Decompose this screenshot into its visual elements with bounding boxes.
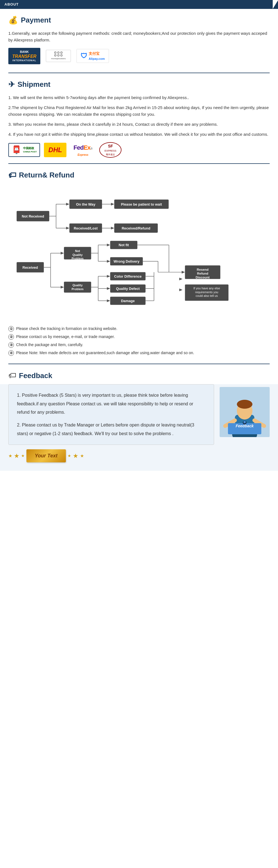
svg-marker-66 [179, 278, 183, 280]
svg-text:Not fit: Not fit [119, 243, 129, 247]
svg-marker-13 [66, 227, 69, 229]
feedback-content: Feedback 1. Positive Feedback (5 Stars) … [0, 384, 278, 471]
svg-text:Not: Not [75, 249, 80, 253]
refund-icon: 🏷 [8, 169, 16, 181]
refund-diagram: Not Received On the Way Please be patien… [8, 185, 270, 320]
note-3: ③ Check the package and Item, carefully. [8, 342, 270, 348]
svg-marker-25 [61, 252, 64, 254]
svg-text:Resend: Resend [197, 268, 209, 271]
refund-flow-svg: Not Received On the Way Please be patien… [14, 188, 264, 316]
payment-logos: BANK TRANSFER INTERNATIONAL moneybookers [8, 48, 270, 64]
shipment-para-1: 1. We will sent the items within 5-7work… [8, 94, 270, 101]
feedback-para-1: 1. Positive Feedback (5 Stars) is very i… [17, 391, 205, 416]
feedback-icon: 🏷 [8, 370, 16, 381]
fedex-logo: FedEx® Express [70, 143, 95, 157]
alipay-logo: 🛡 支付宝 Alipay.com [76, 49, 109, 63]
dhl-logo: DHL [44, 143, 66, 157]
refund-notes: ① Please check the tracking in formation… [8, 326, 270, 356]
feedback-text-box: 1. Positive Feedback (5 Stars) is very i… [8, 384, 214, 445]
star-right-3: ★ [80, 453, 84, 459]
svg-point-91 [244, 421, 246, 423]
china-post-logo: 📮 中国邮政 CHINA POST [8, 143, 40, 157]
note-4: ④ Please Note: Men made defects are not … [8, 350, 270, 356]
svg-marker-68 [179, 288, 183, 291]
star-left-2: ★ [14, 451, 20, 460]
star-left-1: ★ [8, 453, 12, 459]
svg-text:Not Received: Not Received [22, 214, 44, 218]
note-2: ② Please contact us by meesage, e-mail, … [8, 334, 270, 340]
feedback-image: Feedback [220, 387, 270, 437]
note-1: ① Please check the tracking in formation… [8, 326, 270, 332]
svg-text:Refund: Refund [197, 272, 208, 275]
sf-express-logo: SF EXPRESS 顺丰速运 [99, 142, 121, 158]
feedback-title: Feedback [19, 370, 52, 381]
svg-marker-48 [107, 275, 110, 278]
star-right-2: ★ [73, 451, 78, 460]
shipment-para-4: 4. If you have not got it within the shi… [8, 131, 270, 138]
svg-text:Problem: Problem [71, 257, 83, 260]
svg-text:Received/Refund: Received/Refund [122, 226, 150, 230]
shipment-title: ✈ Shipment [8, 79, 270, 90]
svg-text:Discount: Discount [196, 275, 210, 279]
svg-text:Damage: Damage [121, 299, 135, 303]
svg-text:If you have any else: If you have any else [194, 286, 220, 290]
payment-icon: 💰 [8, 14, 18, 26]
svg-text:On the Way: On the Way [76, 202, 95, 206]
about-header: ABOUT [0, 0, 278, 9]
refund-title: 🏷 Return& Refund [8, 169, 270, 181]
svg-text:Quality: Quality [73, 253, 82, 256]
svg-marker-37 [107, 260, 110, 262]
svg-marker-5 [66, 203, 69, 206]
shipping-logos: 📮 中国邮政 CHINA POST DHL FedEx® Express SF … [8, 142, 270, 158]
feedback-image-container: Feedback [220, 387, 270, 437]
feedback-para-2: 2. Please contact us by Trade Manager or… [17, 421, 205, 438]
svg-text:Problem: Problem [71, 287, 83, 291]
refund-section: 🏷 Return& Refund Not Received On the Way… [0, 164, 278, 364]
svg-marker-17 [111, 227, 114, 229]
svg-point-85 [237, 400, 252, 409]
feedback-title-row: 🏷 Feedback [8, 370, 270, 381]
star-left-3: ★ [21, 453, 25, 459]
payment-title: 💰 Payment [8, 14, 270, 26]
svg-text:could also tell us: could also tell us [196, 294, 218, 298]
your-text-area: ★ ★ ★ Your Text ★ ★ ★ [8, 449, 270, 462]
svg-text:Quality Defect: Quality Defect [116, 286, 140, 291]
feedback-section: 🏷 Feedback [0, 364, 278, 381]
plane-icon: ✈ [8, 79, 15, 90]
feedback-person-svg: Feedback [220, 387, 270, 437]
bank-transfer-logo: BANK TRANSFER INTERNATIONAL [8, 48, 40, 64]
svg-marker-72 [182, 271, 185, 274]
moneybookers-logo: moneybookers [46, 50, 71, 62]
shipment-para-2: 2.The shipment by China Post Registered … [8, 104, 270, 118]
svg-text:Please be patient to wait: Please be patient to wait [121, 202, 162, 206]
svg-text:requirements you: requirements you [195, 290, 218, 293]
about-label: ABOUT [4, 2, 19, 6]
payment-text: 1.Generally, we accept the following pay… [8, 30, 270, 43]
shipment-para-3: 3. When you receive the items, please ch… [8, 121, 270, 128]
svg-text:Quality: Quality [73, 283, 82, 287]
svg-marker-52 [107, 287, 110, 290]
svg-text:Color Difference: Color Difference [114, 274, 141, 278]
payment-section: 💰 Payment 1.Generally, we accept the fol… [0, 9, 278, 72]
svg-marker-9 [111, 203, 114, 206]
svg-text:Received/Lost: Received/Lost [74, 226, 98, 230]
star-right-1: ★ [68, 453, 71, 459]
your-text-banner: Your Text [26, 449, 66, 462]
svg-text:Received: Received [23, 265, 38, 269]
shipment-section: ✈ Shipment 1. We will sent the items wit… [0, 73, 278, 163]
svg-marker-41 [61, 286, 64, 288]
svg-marker-56 [107, 299, 110, 302]
svg-text:Wrong Delivery: Wrong Delivery [114, 259, 140, 264]
svg-marker-33 [107, 243, 110, 246]
